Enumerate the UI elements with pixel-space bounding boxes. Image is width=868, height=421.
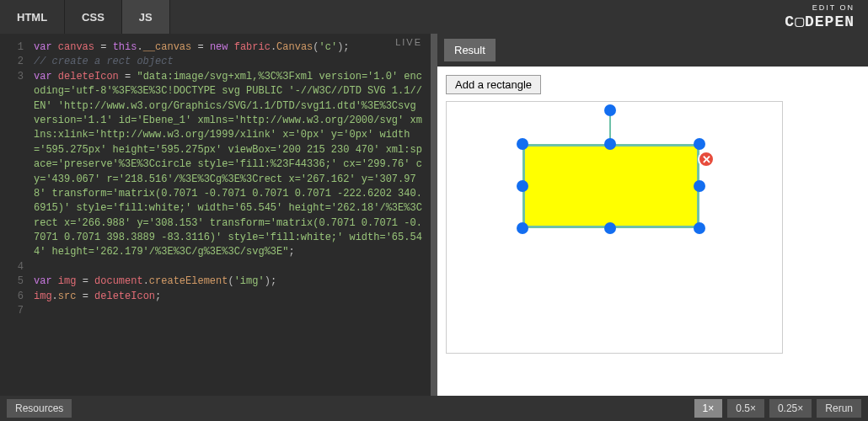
code-editor[interactable]: 1var canvas = this.__canvas = new fabric… [0, 34, 431, 396]
code-line[interactable]: 3var deleteIcon = "data:image/svg+xml,%3… [0, 70, 422, 260]
handle-bl[interactable] [517, 222, 528, 234]
brand[interactable]: EDIT ON C▢DEPEN [785, 0, 868, 34]
code-source[interactable]: var canvas = this.__canvas = new fabric.… [34, 40, 422, 55]
code-line[interactable]: 1var canvas = this.__canvas = new fabric… [0, 40, 422, 55]
topbar: HTML CSS JS EDIT ON C▢DEPEN [0, 0, 868, 34]
pane-splitter[interactable] [431, 34, 437, 396]
code-source[interactable]: var deleteIcon = "data:image/svg+xml,%3C… [34, 70, 422, 260]
code-source[interactable]: // create a rect object [34, 55, 422, 69]
code-line[interactable]: 6img.src = deleteIcon; [0, 290, 422, 304]
zoom-1x[interactable]: 1× [694, 399, 723, 418]
handle-bm[interactable] [604, 222, 616, 234]
code-line[interactable]: 5var img = document.createElement('img')… [0, 274, 422, 289]
gutter: 2 [0, 55, 34, 69]
code-line[interactable]: 4 [0, 260, 422, 274]
code-source[interactable]: var img = document.createElement('img'); [34, 274, 422, 289]
fabric-rectangle[interactable] [522, 144, 699, 228]
tab-css[interactable]: CSS [65, 0, 122, 34]
gutter: 6 [0, 290, 34, 304]
result-body: Add a rectangle ✕ [437, 67, 868, 396]
editor-tabs: HTML CSS JS [0, 0, 170, 34]
gutter: 5 [0, 274, 34, 289]
gutter: 1 [0, 40, 34, 55]
resources-button[interactable]: Resources [7, 399, 72, 418]
handle-br[interactable] [694, 222, 705, 234]
tab-js[interactable]: JS [122, 0, 170, 34]
editor-pane: LIVE 1var canvas = this.__canvas = new f… [0, 34, 431, 396]
code-line[interactable]: 2// create a rect object [0, 55, 422, 69]
handle-tm[interactable] [604, 138, 616, 150]
handle-tr[interactable] [694, 138, 705, 150]
zoom-05x[interactable]: 0.5× [727, 399, 764, 418]
gutter: 3 [0, 70, 34, 260]
code-source[interactable] [34, 304, 422, 318]
code-source[interactable] [34, 260, 422, 274]
handle-rotate[interactable] [604, 104, 616, 116]
handle-tl[interactable] [517, 138, 528, 150]
zoom-025x[interactable]: 0.25× [769, 399, 812, 418]
handle-mr[interactable] [694, 180, 705, 192]
main: LIVE 1var canvas = this.__canvas = new f… [0, 34, 868, 396]
gutter: 4 [0, 260, 34, 274]
edit-on-label: EDIT ON [812, 3, 855, 12]
code-source[interactable]: img.src = deleteIcon; [34, 290, 422, 304]
result-pane: Result Add a rectangle ✕ [437, 34, 868, 396]
result-header: Result [437, 34, 868, 67]
rerun-button[interactable]: Rerun [817, 399, 861, 418]
codepen-logo: C▢DEPEN [785, 12, 855, 30]
live-badge: LIVE [395, 37, 422, 47]
tab-html[interactable]: HTML [0, 0, 65, 34]
bottombar: Resources 1× 0.5× 0.25× Rerun [0, 396, 868, 421]
add-rectangle-button[interactable]: Add a rectangle [446, 75, 541, 94]
tab-result[interactable]: Result [444, 39, 496, 61]
handle-ml[interactable] [517, 180, 528, 192]
delete-control[interactable]: ✕ [698, 151, 715, 168]
code-line[interactable]: 7 [0, 304, 422, 318]
gutter: 7 [0, 304, 34, 318]
canvas[interactable]: ✕ [446, 101, 783, 354]
